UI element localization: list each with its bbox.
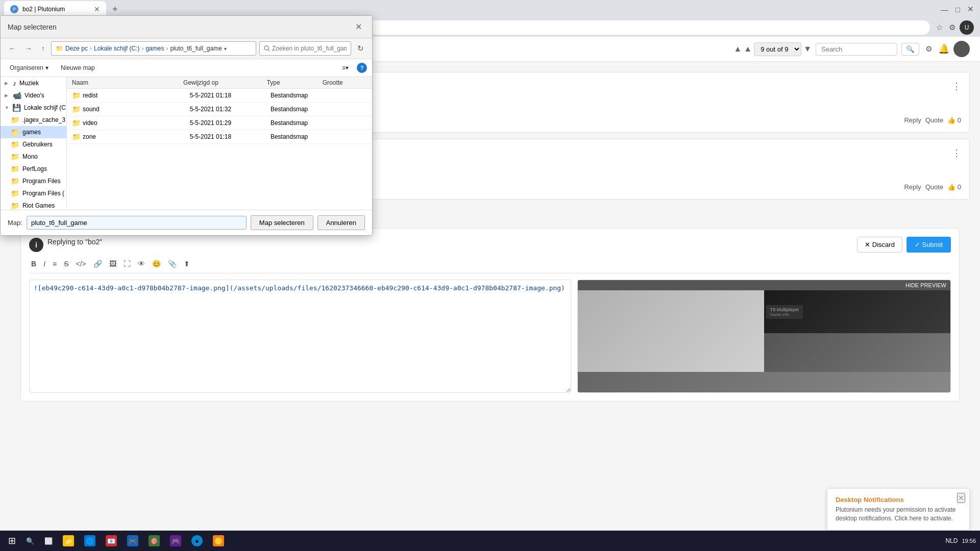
post-reply-2[interactable]: Reply [904, 183, 921, 191]
file-row-sound[interactable]: 📁 sound 5-5-2021 01:32 Bestandsmap [67, 103, 372, 116]
file-row-video[interactable]: 📁 video 5-5-2021 01:29 Bestandsmap [67, 116, 372, 130]
tree-item-riot-games[interactable]: 📁 Riot Games [1, 199, 66, 210]
breadcrumb-games[interactable]: games [145, 45, 164, 52]
tree-item-gebruikers[interactable]: 📁 Gebruikers [1, 138, 66, 151]
taskbar-explorer[interactable]: 📁 [59, 533, 78, 548]
select-button[interactable]: Map selecteren [251, 215, 313, 230]
image-button[interactable]: 🖼 [107, 259, 118, 269]
tree-item-games[interactable]: 📁 games [1, 126, 66, 138]
dialog-titlebar: Map selecteren ✕ [1, 16, 372, 38]
taskbar-right: NLD 19:56 [945, 537, 976, 544]
page-next-button[interactable]: ▼ [803, 44, 812, 54]
tree-item-drive-c[interactable]: ▼ 💾 Lokale schijf (C:) [1, 102, 66, 114]
taskbar-app-5[interactable]: ● [187, 533, 207, 548]
editor-toolbar: B I ≡ S </> 🔗 🖼 ⛶ 👁 😊 📎 ⬆ [29, 259, 951, 273]
breadcrumb-icon: 📁 [56, 45, 63, 52]
col-header-size[interactable]: Grootte [323, 79, 367, 86]
page-select[interactable]: 9 out of 9 [754, 42, 801, 56]
tab-close-button[interactable]: ✕ [94, 5, 100, 13]
filter-icon[interactable]: ⚙ [923, 42, 934, 56]
folder-icon-sound: 📁 [72, 105, 81, 113]
taskbar-app-4[interactable]: 🎮 [166, 533, 185, 548]
col-header-date[interactable]: Gewijzigd op [183, 79, 267, 86]
post-quote-2[interactable]: Quote [925, 183, 943, 191]
preview-panel: HIDE PREVIEW T8 Multiplayer Game Info [577, 280, 951, 393]
post-menu-1[interactable]: ⋮ [952, 81, 961, 92]
fullscreen-button[interactable]: ⛶ [121, 259, 133, 269]
new-tab-button[interactable]: + [108, 2, 122, 17]
tree-item-jagex[interactable]: 📁 .jagex_cache_3 [1, 114, 66, 126]
tree-item-program-files[interactable]: 📁 Program Files [1, 175, 66, 187]
view-options-button[interactable]: ≡▾ [338, 62, 353, 73]
col-header-type[interactable]: Type [267, 79, 323, 86]
dialog-refresh-button[interactable]: ↻ [354, 42, 367, 55]
toast-body[interactable]: Plutonium needs your permission to activ… [836, 506, 961, 523]
code-button[interactable]: </> [74, 259, 88, 269]
minimize-button[interactable]: — [939, 3, 950, 16]
bell-icon[interactable]: 🔔 [938, 43, 949, 55]
preview-button[interactable]: 👁 [136, 259, 147, 269]
tree-item-program-files-x86[interactable]: 📁 Program Files ( [1, 187, 66, 199]
link-button[interactable]: 🔗 [91, 259, 104, 269]
forum-user-avatar[interactable] [953, 41, 970, 57]
taskbar-edge[interactable]: 🌐 [80, 533, 100, 548]
dialog-up-button[interactable]: ↑ [38, 43, 48, 54]
strikethrough-button[interactable]: S [62, 259, 70, 269]
col-header-naam[interactable]: Naam [72, 79, 183, 86]
post-like-2[interactable]: 👍 0 [947, 183, 961, 191]
app-2-icon: 🎮 [127, 535, 138, 546]
profile-avatar[interactable]: U [960, 20, 974, 35]
breadcrumb-drive[interactable]: Lokale schijf (C:) [94, 45, 139, 52]
file-row-zone[interactable]: 📁 zone 5-5-2021 01:18 Bestandsmap [67, 130, 372, 144]
new-folder-button[interactable]: Nieuwe map [57, 62, 99, 73]
settings-icon[interactable]: ⚙ [947, 20, 958, 35]
search-input[interactable] [816, 43, 897, 56]
editor-textarea[interactable]: ![eb49c290-c614-43d9-a0c1-d978b04b2787-i… [29, 280, 571, 393]
dialog-forward-button[interactable]: → [22, 43, 35, 54]
preview-header[interactable]: HIDE PREVIEW [578, 280, 950, 290]
organize-button[interactable]: Organiseren ▾ [6, 62, 53, 73]
dialog-back-button[interactable]: ← [6, 43, 19, 54]
close-button[interactable]: ✕ [965, 3, 976, 16]
browser-icons: ☆ ⚙ U [934, 20, 974, 35]
taskbar-app-6[interactable]: 🟡 [209, 533, 228, 548]
tree-item-videos[interactable]: ▶ 📹 Video's [1, 89, 66, 102]
discard-button[interactable]: ✕ Discard [857, 237, 902, 253]
toast-notification: ✕ Desktop Notifications Plutonium needs … [827, 488, 970, 531]
search-button[interactable]: 🔍 [901, 43, 919, 56]
attachment-button[interactable]: 📎 [166, 259, 179, 269]
emoji-button[interactable]: 😊 [150, 259, 163, 269]
dialog-close-button[interactable]: ✕ [352, 21, 365, 33]
italic-button[interactable]: I [41, 259, 47, 269]
post-quote-1[interactable]: Quote [925, 116, 943, 124]
maximize-button[interactable]: □ [953, 3, 962, 16]
page-up-button[interactable]: ▲ [744, 44, 752, 54]
cancel-button[interactable]: Annuleren [317, 215, 365, 230]
page-prev-button[interactable]: ▲ [733, 44, 742, 54]
taskbar-app-1[interactable]: 📧 [102, 533, 121, 548]
gebruikers-folder-icon: 📁 [11, 140, 19, 148]
taskbar-app-3[interactable]: 🎯 [144, 533, 164, 548]
list-button[interactable]: ≡ [51, 259, 59, 269]
toast-close-button[interactable]: ✕ [957, 493, 965, 503]
submit-button[interactable]: ✓ Submit [906, 237, 951, 253]
taskbar-app-2[interactable]: 🎮 [123, 533, 142, 548]
tree-item-muziek[interactable]: ▶ ♪ Muziek [1, 77, 66, 89]
bold-button[interactable]: B [29, 259, 38, 269]
start-button[interactable]: ⊞ [4, 533, 20, 548]
taskbar-search[interactable]: 🔍 [22, 535, 38, 547]
map-input[interactable] [27, 216, 247, 230]
breadcrumb-deze-pc[interactable]: Deze pc [65, 45, 88, 52]
file-row-redist[interactable]: 📁 redist 5-5-2021 01:18 Bestandsmap [67, 89, 372, 103]
post-reply-1[interactable]: Reply [904, 116, 921, 124]
tree-item-mono[interactable]: 📁 Mono [1, 151, 66, 163]
dialog-search-input[interactable] [259, 41, 351, 56]
breadcrumb-dropdown-button[interactable]: ▾ [224, 46, 227, 52]
bookmark-icon[interactable]: ☆ [934, 20, 945, 35]
tree-item-perflogs[interactable]: 📁 PerfLogs [1, 163, 66, 175]
help-button[interactable]: ? [357, 63, 367, 73]
post-menu-2[interactable]: ⋮ [952, 147, 961, 159]
upload-button[interactable]: ⬆ [182, 259, 192, 269]
taskbar-taskview[interactable]: ⬜ [40, 535, 57, 547]
post-like-1[interactable]: 👍 0 [947, 116, 961, 124]
